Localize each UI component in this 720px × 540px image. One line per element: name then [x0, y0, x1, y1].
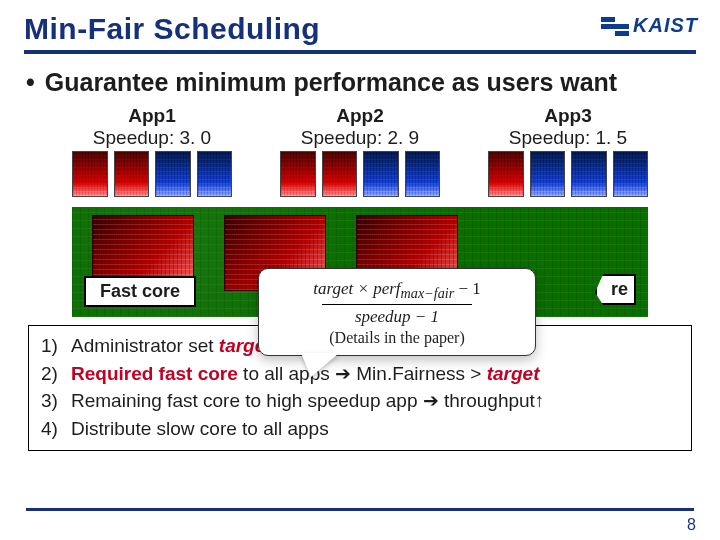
- formula-numerator: target × perf: [313, 279, 400, 298]
- die-icon: [280, 151, 316, 197]
- kaist-logo-text: KAIST: [633, 14, 698, 37]
- die-icon: [72, 151, 108, 197]
- callout-tail-icon: [301, 353, 339, 377]
- die-icon: [322, 151, 358, 197]
- die-icon: [530, 151, 566, 197]
- app2-chips: [280, 151, 440, 197]
- app2-name: App2: [280, 105, 440, 127]
- step-number: 2): [41, 360, 63, 388]
- step-4: 4) Distribute slow core to all apps: [41, 415, 679, 443]
- kaist-logo: KAIST: [601, 14, 698, 37]
- app-col-2: App2 Speedup: 2. 9: [280, 105, 440, 197]
- app3-chips: [488, 151, 648, 197]
- app3-speedup: Speedup: 1. 5: [488, 127, 648, 149]
- apps-row: App1 Speedup: 3. 0 App2 Speedup: 2. 9 Ap…: [0, 101, 720, 197]
- step-number: 4): [41, 415, 63, 443]
- formula-denominator: speedup − 1: [349, 307, 445, 327]
- step-3: 3) Remaining fast core to high speedup a…: [41, 387, 679, 415]
- partial-core-label: re: [595, 274, 636, 305]
- arrow-icon: ➔: [423, 390, 439, 411]
- app1-speedup: Speedup: 3. 0: [72, 127, 232, 149]
- die-icon: [405, 151, 441, 197]
- fast-core-label: Fast core: [84, 276, 196, 307]
- die-icon: [363, 151, 399, 197]
- slide-header: Min-Fair Scheduling KAIST: [0, 0, 720, 56]
- app2-speedup: Speedup: 2. 9: [280, 127, 440, 149]
- formula-numerator-sub: max−fair: [401, 285, 455, 301]
- formula-callout: target × perfmax−fair − 1 speedup − 1 (D…: [258, 268, 536, 356]
- app1-name: App1: [72, 105, 232, 127]
- required-fast-core: Required fast core: [71, 363, 238, 384]
- formula-numerator-tail: − 1: [454, 279, 481, 298]
- die-icon: [488, 151, 524, 197]
- app-col-1: App1 Speedup: 3. 0: [72, 105, 232, 197]
- main-bullet: Guarantee minimum performance as users w…: [0, 56, 720, 101]
- formula-detail: (Details in the paper): [269, 329, 525, 347]
- app-col-3: App3 Speedup: 1. 5: [488, 105, 648, 197]
- die-icon: [613, 151, 649, 197]
- app1-chips: [72, 151, 232, 197]
- step-number: 1): [41, 332, 63, 360]
- die-icon: [197, 151, 233, 197]
- kaist-logo-icon: [601, 15, 629, 37]
- step-text: Administrator set: [71, 335, 219, 356]
- step-text: Remaining fast core to high speedup app: [71, 390, 423, 411]
- die-icon: [114, 151, 150, 197]
- formula-fraction: target × perfmax−fair − 1 speedup − 1: [307, 279, 487, 327]
- die-icon: [155, 151, 191, 197]
- fraction-bar: [322, 304, 473, 305]
- title-underline: [24, 50, 696, 54]
- die-icon: [571, 151, 607, 197]
- step-2: 2) Required fast core to all apps ➔ Min.…: [41, 360, 679, 388]
- footer-rule: [26, 508, 694, 511]
- app3-name: App3: [488, 105, 648, 127]
- step-text: Min.Fairness >: [351, 363, 487, 384]
- page-number: 8: [687, 516, 696, 534]
- step-text: throughput↑: [439, 390, 545, 411]
- step-text: Distribute slow core to all apps: [71, 415, 329, 443]
- step-number: 3): [41, 387, 63, 415]
- target-word: target: [487, 363, 540, 384]
- slide-title: Min-Fair Scheduling: [24, 12, 696, 46]
